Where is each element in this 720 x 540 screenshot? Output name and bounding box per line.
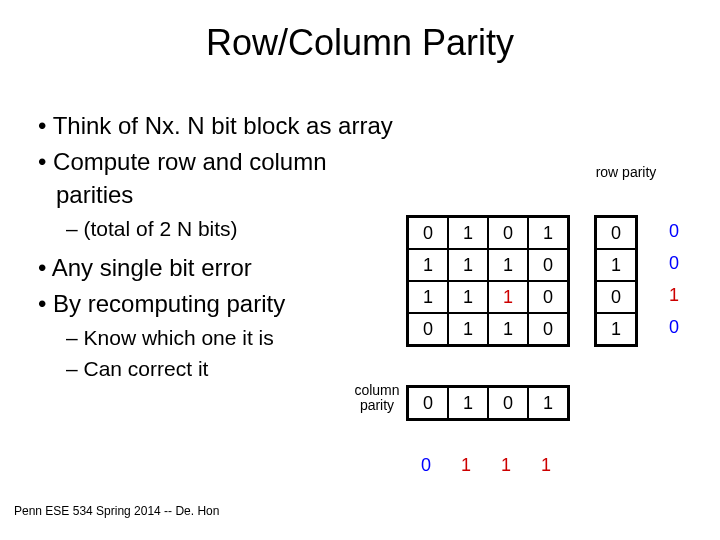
- parity-cell: 1: [596, 313, 636, 345]
- data-cell: 1: [488, 313, 528, 345]
- syndrome-cell: 0: [406, 455, 446, 476]
- data-cell: 1: [408, 281, 448, 313]
- row-parity-label: row parity: [591, 165, 661, 180]
- slide-footer: Penn ESE 534 Spring 2014 -- De. Hon: [14, 504, 219, 518]
- slide: Row/Column Parity Think of Nx. N bit blo…: [0, 0, 720, 540]
- column-parity-label: column parity: [348, 383, 406, 414]
- data-cell: 1: [448, 281, 488, 313]
- data-cell: 1: [528, 217, 568, 249]
- parity-cell: 0: [596, 281, 636, 313]
- parity-cell: 1: [448, 387, 488, 419]
- data-cell: 1: [488, 249, 528, 281]
- syndrome-cell: 0: [664, 215, 684, 247]
- data-cell: 0: [408, 313, 448, 345]
- data-cell: 0: [408, 217, 448, 249]
- syndrome-cell: 1: [526, 455, 566, 476]
- column-parity-row: 0 1 0 1: [406, 385, 570, 421]
- row-syndrome: 0 0 1 0: [664, 215, 684, 343]
- data-cell: 0: [488, 217, 528, 249]
- syndrome-cell: 1: [446, 455, 486, 476]
- data-block: 0 1 0 1 1 1 1 0 1 1 1 0 0 1 1 0: [406, 215, 570, 347]
- data-cell: 0: [528, 281, 568, 313]
- row-parity-column: 0 1 0 1: [594, 215, 638, 347]
- parity-cell: 1: [528, 387, 568, 419]
- data-cell: 1: [448, 249, 488, 281]
- data-cell: 0: [528, 313, 568, 345]
- slide-title: Row/Column Parity: [0, 0, 720, 74]
- data-cell: 0: [528, 249, 568, 281]
- syndrome-cell: 0: [664, 311, 684, 343]
- data-cell: 1: [408, 249, 448, 281]
- syndrome-cell: 1: [664, 279, 684, 311]
- column-syndrome: 0 1 1 1: [406, 455, 566, 476]
- syndrome-cell: 1: [486, 455, 526, 476]
- syndrome-cell: 0: [664, 247, 684, 279]
- parity-cell: 1: [596, 249, 636, 281]
- parity-cell: 0: [488, 387, 528, 419]
- data-cell: 1: [448, 313, 488, 345]
- bullet-item: Compute row and column parities: [56, 146, 408, 211]
- data-cell: 1: [448, 217, 488, 249]
- subbullet-item: Know which one it is: [82, 324, 408, 352]
- parity-cell: 0: [596, 217, 636, 249]
- subbullet-item: (total of 2 N bits): [82, 215, 408, 243]
- slide-content: Think of Nx. N bit block as array Comput…: [38, 110, 408, 391]
- bullet-item: By recomputing parity: [56, 288, 408, 320]
- parity-cell: 0: [408, 387, 448, 419]
- error-cell: 1: [488, 281, 528, 313]
- bullet-item: Think of Nx. N bit block as array: [56, 110, 408, 142]
- subbullet-item: Can correct it: [82, 355, 408, 383]
- bullet-item: Any single bit error: [56, 252, 408, 284]
